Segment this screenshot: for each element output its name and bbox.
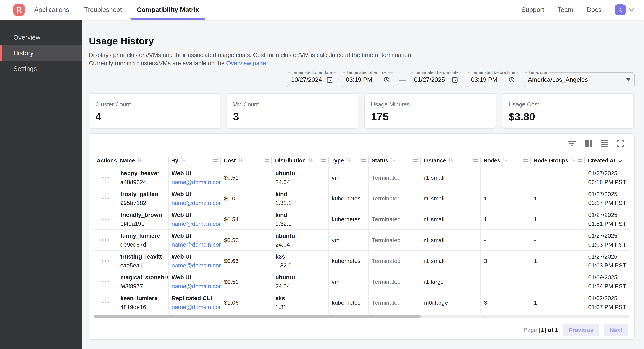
sidebar-item-history[interactable]: History — [0, 45, 82, 61]
previous-button[interactable]: Previous — [563, 324, 599, 336]
email-link[interactable]: name@domain.com — [172, 200, 221, 206]
timezone-field[interactable]: TimezoneAmerica/Los_Angeles — [524, 72, 634, 87]
cell-name: keen_lumiere4819de16 — [117, 292, 168, 313]
cell-nodes: 3 — [481, 251, 531, 271]
instance-type: r1.large — [424, 279, 480, 285]
email-link[interactable]: name@domain.com — [172, 262, 221, 269]
email-link[interactable]: name@domain.com — [172, 241, 221, 248]
row-actions-button[interactable] — [102, 177, 109, 179]
row-actions-button[interactable] — [102, 302, 109, 304]
terminated-after-time-field[interactable]: Terminated after time03:19 PM — [342, 72, 394, 87]
cluster-id: 4819de16 — [120, 304, 168, 311]
created-date: 01/27/2025 — [588, 191, 630, 197]
scrollbar-thumb[interactable] — [94, 315, 421, 318]
cluster-count-card: Cluster Count4 — [89, 93, 220, 129]
created-date: 01/09/2025 — [588, 274, 630, 281]
cell-nodes: 1 — [481, 209, 531, 230]
column-menu-icon[interactable] — [361, 159, 366, 162]
row-actions-button[interactable] — [102, 281, 109, 283]
dropdown-icon[interactable] — [626, 78, 630, 81]
column-header-type[interactable]: Type — [328, 154, 368, 167]
account-menu[interactable]: K — [615, 4, 634, 15]
filter-button[interactable] — [564, 139, 580, 148]
cell-cost: $0.54 — [221, 209, 272, 230]
fullscreen-button[interactable] — [612, 139, 628, 148]
stat-cards: Cluster Count4VM Count3Usage Minutes175U… — [89, 93, 634, 129]
column-header-actions: Actions — [94, 154, 117, 167]
type-value: vm — [332, 174, 368, 181]
distribution-version: 24.04 — [275, 179, 328, 185]
column-menu-icon[interactable] — [265, 159, 269, 162]
email-link[interactable]: name@domain.com — [172, 220, 221, 227]
nav-link-support[interactable]: Support — [521, 6, 544, 13]
main-content: Usage History Displays prior clusters/VM… — [82, 20, 644, 349]
clock-icon[interactable] — [508, 76, 515, 83]
sort-icon — [136, 157, 142, 164]
column-header-by[interactable]: By — [168, 154, 221, 167]
row-actions-button[interactable] — [102, 197, 109, 199]
clock-icon[interactable] — [383, 76, 390, 83]
terminated-before-time-field[interactable]: Terminated before time03:19 PM — [467, 72, 520, 87]
column-menu-icon[interactable] — [473, 159, 478, 162]
column-header-status[interactable]: Status — [368, 154, 420, 167]
stat-value: $3.80 — [509, 110, 627, 123]
created-time: 03:18 PM PST — [588, 179, 630, 185]
cell-instance: r1.small — [421, 209, 481, 230]
row-actions-button[interactable] — [102, 260, 109, 262]
cell-node-groups: 1 — [531, 209, 585, 230]
email-link[interactable]: name@domain.com — [172, 179, 221, 185]
table-header-row: ActionsNameByCostDistributionTypeStatusI… — [94, 154, 630, 167]
column-header-distribution[interactable]: Distribution — [272, 154, 328, 167]
sort-icon — [448, 157, 454, 164]
next-button[interactable]: Next — [604, 324, 628, 336]
avatar[interactable]: K — [615, 4, 626, 15]
sidebar-item-settings[interactable]: Settings — [0, 61, 82, 77]
row-actions-button[interactable] — [102, 218, 109, 220]
created-by-source: Replicated CLI — [172, 295, 221, 302]
column-menu-icon[interactable] — [523, 159, 528, 162]
chevron-down-icon[interactable] — [628, 8, 634, 12]
email-link[interactable]: name@domain.com — [172, 283, 221, 290]
terminated-after-date-field[interactable]: Terminated after date10/27/2024 — [287, 72, 338, 87]
column-menu-icon[interactable] — [321, 159, 326, 162]
density-button[interactable] — [596, 139, 612, 148]
sidebar-item-overview[interactable]: Overview — [0, 29, 82, 45]
overview-page-link[interactable]: Overview page — [226, 60, 266, 66]
created-time: 01:03 PM PST — [588, 262, 630, 269]
calendar-icon[interactable] — [326, 76, 333, 83]
filter-icon — [568, 139, 576, 148]
column-menu-icon[interactable] — [214, 159, 218, 162]
cluster-name: trusting_leavitt — [120, 253, 168, 260]
column-header-name[interactable]: Name — [117, 154, 168, 167]
cell-instance: r1.small — [421, 251, 481, 271]
calendar-icon[interactable] — [451, 76, 458, 83]
column-label: Status — [372, 157, 388, 164]
column-header-instance[interactable]: Instance — [420, 154, 480, 167]
column-label: Actions — [97, 157, 117, 164]
terminated-before-date-field[interactable]: Terminated before date01/27/2025 — [410, 72, 462, 87]
nav-tab-compatibility-matrix[interactable]: Compatibility Matrix — [130, 0, 206, 20]
column-header-created-at[interactable]: Created At — [585, 154, 630, 167]
nav-link-docs[interactable]: Docs — [586, 6, 602, 13]
nav-tab-troubleshoot[interactable]: Troubleshoot — [77, 0, 130, 20]
nav-tab-applications[interactable]: Applications — [27, 0, 77, 20]
cell-type: kubernetes — [329, 251, 369, 271]
type-value: kubernetes — [332, 216, 368, 223]
column-header-node-groups[interactable]: Node Groups — [530, 154, 585, 167]
row-actions-button[interactable] — [102, 239, 109, 241]
nav-link-team[interactable]: Team — [558, 6, 574, 13]
column-header-nodes[interactable]: Nodes — [480, 154, 530, 167]
replicated-logo[interactable]: R — [13, 4, 24, 15]
column-menu-icon[interactable] — [578, 159, 582, 162]
column-label: Created At — [588, 157, 616, 164]
email-link[interactable]: name@domain.com — [172, 304, 221, 311]
columns-button[interactable] — [580, 139, 596, 148]
field-value: America/Los_Angeles — [528, 76, 588, 83]
sort-icon — [502, 157, 508, 164]
instance-type: r1.small — [424, 174, 480, 181]
column-menu-icon[interactable] — [414, 159, 418, 162]
fullscreen-icon — [616, 139, 624, 148]
created-by-source: Web UI — [172, 191, 221, 197]
column-header-cost[interactable]: Cost — [221, 154, 272, 167]
cell-status: Terminated — [369, 230, 421, 250]
